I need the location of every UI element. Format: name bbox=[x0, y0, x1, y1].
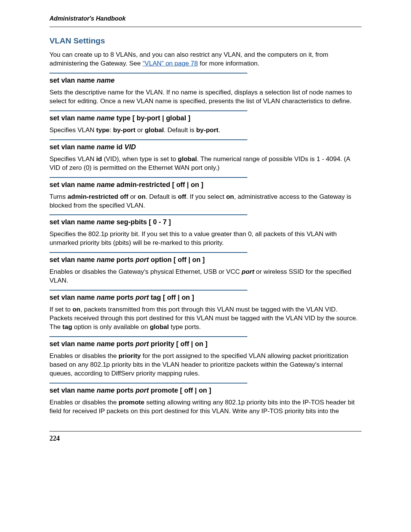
command-description-text: global bbox=[145, 126, 164, 134]
command-heading-text: port bbox=[135, 294, 149, 301]
command-description-text: . If you select bbox=[186, 193, 226, 200]
entries-container: set vlan name nameSets the descriptive n… bbox=[49, 73, 362, 416]
command-description-text: type bbox=[96, 126, 110, 134]
command-heading-text: set vlan name bbox=[49, 340, 97, 348]
command-heading-text: name bbox=[97, 294, 115, 301]
command-description: Specifies VLAN id (VID), when type is se… bbox=[49, 155, 362, 173]
entry-separator bbox=[49, 290, 247, 291]
command-heading-text: id bbox=[115, 143, 124, 151]
command-description-text: on bbox=[226, 193, 234, 200]
command-heading: set vlan name name ports port promote [ … bbox=[49, 387, 362, 395]
command-description-text: option is only available on bbox=[72, 323, 150, 331]
intro-paragraph: You can create up to 8 VLANs, and you ca… bbox=[49, 51, 362, 68]
command-heading: set vlan name name type [ by-port | glob… bbox=[49, 114, 362, 122]
command-description-text: on bbox=[72, 306, 80, 313]
command-heading-text: ports bbox=[115, 340, 135, 348]
command-heading: set vlan name name ports port option [ o… bbox=[49, 256, 362, 264]
command-description-text: promote bbox=[118, 399, 144, 406]
command-description-text: off bbox=[178, 193, 186, 200]
command-heading-text: ports bbox=[115, 387, 135, 394]
command-description-text: priority bbox=[118, 352, 141, 359]
command-heading-text: priority [ off | on ] bbox=[149, 340, 207, 348]
command-description-text: tag bbox=[62, 323, 72, 331]
command-heading-text: ports bbox=[115, 256, 135, 264]
command-description: Enables or disables the promote setting … bbox=[49, 398, 362, 416]
command-heading: set vlan name name id VID bbox=[49, 143, 362, 151]
command-heading-text: name bbox=[97, 256, 115, 264]
command-heading-text: set vlan name bbox=[49, 256, 97, 264]
command-description: If set to on, packets transmitted from t… bbox=[49, 305, 362, 332]
command-description-text: . bbox=[218, 126, 220, 134]
command-heading-text: set vlan name bbox=[49, 114, 97, 122]
command-description-text: Specifies VLAN bbox=[49, 126, 96, 134]
command-heading-text: type [ by-port | global ] bbox=[115, 114, 190, 122]
vlan-crossref-link[interactable]: “VLAN” on page 78 bbox=[142, 60, 198, 67]
command-heading: set vlan name name ports port priority [… bbox=[49, 340, 362, 348]
command-description-text: Specifies VLAN bbox=[49, 155, 96, 163]
command-heading-text: VID bbox=[124, 143, 136, 151]
command-description-text: Enables or disables the Gateway's physic… bbox=[49, 268, 242, 275]
command-description-text: by-port bbox=[196, 126, 218, 134]
command-description-text: on bbox=[138, 193, 146, 200]
command-description: Specifies VLAN type: by-port or global. … bbox=[49, 126, 362, 135]
command-heading-text: set vlan name bbox=[49, 143, 97, 151]
command-description: Sets the descriptive name for the VLAN. … bbox=[49, 88, 362, 106]
entry-separator bbox=[49, 73, 247, 73]
command-heading-text: port bbox=[135, 340, 149, 348]
command-heading-text: set vlan name bbox=[49, 387, 97, 394]
command-description-text: Sets the descriptive name for the VLAN. … bbox=[49, 89, 352, 105]
command-description-text: type ports. bbox=[169, 323, 201, 331]
command-heading-text: port bbox=[135, 387, 149, 394]
page: Administrator's Handbook VLAN Settings Y… bbox=[0, 0, 411, 458]
command-heading-text: name bbox=[97, 77, 115, 84]
running-head: Administrator's Handbook bbox=[49, 15, 362, 22]
entry-separator bbox=[49, 110, 247, 111]
page-number: 224 bbox=[49, 435, 362, 443]
command-heading-text: name bbox=[97, 143, 115, 151]
command-description-text: . Default is bbox=[164, 126, 196, 134]
command-heading-text: tag [ off | on ] bbox=[149, 294, 194, 301]
command-heading: set vlan name name admin-restricted [ of… bbox=[49, 181, 362, 189]
command-heading-text: ports bbox=[115, 294, 135, 301]
command-heading-text: set vlan name bbox=[49, 218, 97, 226]
section-title: VLAN Settings bbox=[49, 36, 362, 45]
command-description-text: admin-restricted off bbox=[68, 193, 129, 200]
command-heading: set vlan name name seg-pbits [ 0 - 7 ] bbox=[49, 218, 362, 226]
command-description-text: global bbox=[150, 323, 169, 331]
command-heading-text: set vlan name bbox=[49, 77, 97, 84]
command-description-text: global bbox=[178, 155, 197, 163]
command-heading-text: set vlan name bbox=[49, 181, 97, 189]
command-heading-text: name bbox=[97, 114, 115, 122]
command-heading-text: promote [ off | on ] bbox=[149, 387, 211, 394]
command-description-text: If set to bbox=[49, 306, 72, 313]
command-heading-text: name bbox=[97, 387, 115, 394]
command-description-text: Turns bbox=[49, 193, 68, 200]
command-description-text: or bbox=[135, 126, 145, 134]
entry-separator bbox=[49, 252, 247, 253]
command-heading-text: option [ off | on ] bbox=[149, 256, 205, 264]
entry-separator bbox=[49, 139, 247, 140]
command-description: Enables or disables the priority for the… bbox=[49, 352, 362, 378]
command-description-text: or bbox=[128, 193, 138, 200]
command-description-text: Specifies the 802.1p priority bit. If yo… bbox=[49, 230, 337, 246]
command-description-text: port bbox=[242, 268, 254, 275]
entry-separator bbox=[49, 336, 247, 337]
command-heading-text: name bbox=[97, 218, 115, 226]
command-description: Specifies the 802.1p priority bit. If yo… bbox=[49, 230, 362, 248]
command-description-text: by-port bbox=[113, 126, 135, 134]
command-heading-text: name bbox=[97, 181, 115, 189]
command-description-text: (VID), when type is set to bbox=[102, 155, 178, 163]
command-description-text: : bbox=[110, 126, 113, 134]
command-heading-text: seg-pbits [ 0 - 7 ] bbox=[115, 218, 171, 226]
command-heading-text: port bbox=[135, 256, 149, 264]
command-description: Enables or disables the Gateway's physic… bbox=[49, 268, 362, 285]
intro-post: for more information. bbox=[198, 60, 260, 67]
command-heading-text: admin-restricted [ off | on ] bbox=[115, 181, 203, 189]
entry-separator bbox=[49, 177, 247, 178]
bottom-rule bbox=[49, 431, 362, 431]
command-description-text: Enables or disables the bbox=[49, 352, 118, 359]
command-heading: set vlan name name ports port tag [ off … bbox=[49, 294, 362, 302]
command-heading: set vlan name name bbox=[49, 77, 362, 85]
command-description: Turns admin-restricted off or on. Defaul… bbox=[49, 193, 362, 210]
entry-separator bbox=[49, 383, 247, 383]
